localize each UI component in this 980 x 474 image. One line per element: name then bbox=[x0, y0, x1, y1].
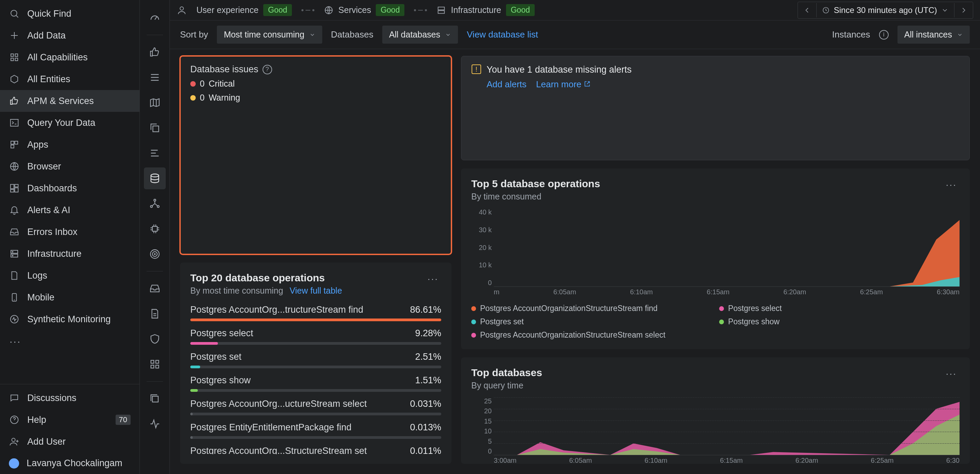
rail-cpu[interactable] bbox=[144, 218, 166, 240]
status-infrastructure[interactable]: Infrastructure Good bbox=[436, 4, 535, 16]
nav-item-alerts-ai[interactable]: Alerts & AI bbox=[0, 199, 140, 221]
database-issues-card[interactable]: Database issues ? 0 Critical 0 Warning bbox=[180, 56, 452, 254]
globe-icon bbox=[9, 161, 20, 172]
top5-chart[interactable]: 40 k30 k20 k10 k0 m6:05am6:10am6:15am6:2… bbox=[471, 208, 959, 297]
time-range-picker[interactable]: Since 30 minutes ago (UTC) bbox=[797, 2, 973, 19]
nav-item-logs[interactable]: Logs bbox=[0, 265, 140, 286]
nav-item-query-your-data[interactable]: Query Your Data bbox=[0, 112, 140, 134]
legend-label: Postgres select bbox=[728, 304, 781, 313]
operation-row[interactable]: Postgres EntityEntitlementPackage find 0… bbox=[190, 422, 441, 439]
svg-rect-27 bbox=[152, 226, 157, 231]
bell-icon bbox=[9, 205, 20, 216]
rail-map[interactable] bbox=[144, 92, 166, 114]
axis-tick: 10 bbox=[484, 427, 492, 435]
svg-rect-1 bbox=[11, 54, 14, 57]
nav-item-synthetic-monitoring[interactable]: Synthetic Monitoring bbox=[0, 308, 140, 330]
nav-help[interactable]: Help 70 bbox=[0, 409, 140, 431]
svg-rect-33 bbox=[151, 365, 154, 368]
axis-tick: m bbox=[494, 288, 500, 297]
nav-item-browser[interactable]: Browser bbox=[0, 156, 140, 177]
legend-item[interactable]: Postgres select bbox=[719, 304, 953, 313]
time-prev-button[interactable] bbox=[798, 3, 817, 17]
help-icon[interactable]: ? bbox=[262, 65, 272, 74]
svg-marker-43 bbox=[517, 402, 959, 455]
operation-row[interactable]: Postgres AccountOrg...StructureStream se… bbox=[190, 446, 441, 454]
operation-row[interactable]: Postgres select 9.28% bbox=[190, 328, 441, 345]
sort-by-dropdown[interactable]: Most time consuming bbox=[217, 25, 322, 44]
time-next-button[interactable] bbox=[954, 3, 973, 17]
warning-dot-icon bbox=[190, 95, 196, 100]
rail-activity[interactable] bbox=[144, 413, 166, 435]
missing-alerts-title: You have 1 database missing alerts bbox=[487, 64, 632, 75]
status-bar: User experience Good Services Good Infra… bbox=[170, 0, 980, 21]
databases-dropdown[interactable]: All databases bbox=[382, 25, 458, 44]
nav-item-infrastructure[interactable]: Infrastructure bbox=[0, 243, 140, 265]
svg-rect-8 bbox=[11, 145, 14, 148]
instances-dropdown[interactable]: All instances bbox=[897, 25, 970, 44]
status-services[interactable]: Services Good bbox=[324, 4, 404, 16]
rail-bars[interactable] bbox=[144, 142, 166, 164]
legend-item[interactable]: Postgres AccountOrganizationStructureStr… bbox=[471, 331, 705, 340]
nav-item-add-data[interactable]: Add Data bbox=[0, 25, 140, 46]
learn-more-link[interactable]: Learn more bbox=[536, 79, 590, 90]
rail-target[interactable] bbox=[144, 243, 166, 265]
operation-row[interactable]: Postgres AccountOrg...uctureStream selec… bbox=[190, 399, 441, 415]
panel-menu-button[interactable]: ··· bbox=[425, 272, 441, 286]
svg-rect-3 bbox=[11, 58, 14, 61]
axis-tick: 6:05am bbox=[569, 457, 592, 466]
legend-item[interactable]: Postgres show bbox=[719, 317, 953, 326]
panel-menu-button[interactable]: ··· bbox=[943, 178, 959, 192]
rail-doc[interactable] bbox=[144, 303, 166, 324]
nav-item-apm-services[interactable]: APM & Services bbox=[0, 90, 140, 112]
rail-network[interactable] bbox=[144, 192, 166, 215]
svg-point-16 bbox=[12, 251, 13, 252]
add-alerts-link[interactable]: Add alerts bbox=[487, 79, 527, 90]
svg-rect-10 bbox=[11, 185, 14, 189]
view-database-list-link[interactable]: View database list bbox=[467, 29, 538, 40]
rail-layers[interactable] bbox=[144, 388, 166, 410]
rail-list[interactable] bbox=[144, 67, 166, 88]
status-pill: Good bbox=[376, 4, 404, 16]
nav-item-errors-inbox[interactable]: Errors Inbox bbox=[0, 221, 140, 243]
svg-point-36 bbox=[180, 7, 183, 10]
clock-icon bbox=[822, 6, 830, 14]
database-issues-title: Database issues bbox=[190, 64, 258, 75]
top20-panel: Top 20 database operations By most time … bbox=[180, 262, 452, 464]
nav-more[interactable]: ··· bbox=[0, 330, 140, 353]
topdb-chart[interactable]: 2520151050 3:00am6:05am bbox=[471, 397, 959, 466]
legend-item[interactable]: Postgres AccountOrganizationStructureStr… bbox=[471, 304, 705, 313]
time-range-label[interactable]: Since 30 minutes ago (UTC) bbox=[817, 2, 954, 18]
nav-item-quick-find[interactable]: Quick Find bbox=[0, 3, 140, 25]
operation-row[interactable]: Postgres AccountOrg...tructureStream fin… bbox=[190, 304, 441, 321]
nav-discussions[interactable]: Discussions bbox=[0, 387, 140, 409]
operation-row[interactable]: Postgres set 2.51% bbox=[190, 352, 441, 368]
nav-item-all-entities[interactable]: All Entities bbox=[0, 68, 140, 90]
nav-item-label: Apps bbox=[27, 140, 48, 150]
legend-item[interactable]: Postgres set bbox=[471, 317, 705, 326]
nav-item-apps[interactable]: Apps bbox=[0, 134, 140, 156]
nav-item-dashboards[interactable]: Dashboards bbox=[0, 177, 140, 199]
nav-user[interactable]: Lavanya Chockalingam bbox=[0, 453, 140, 474]
nav-item-label: Alerts & AI bbox=[27, 205, 70, 216]
nav-item-label: Dashboards bbox=[27, 183, 77, 194]
rail-shield[interactable] bbox=[144, 328, 166, 350]
info-icon[interactable]: i bbox=[879, 30, 889, 40]
legend-dot-icon bbox=[471, 333, 476, 337]
chevron-down-icon bbox=[445, 32, 451, 38]
nav-item-all-capabilities[interactable]: All Capabilities bbox=[0, 46, 140, 68]
nav-item-label: All Capabilities bbox=[27, 52, 88, 63]
rail-blocks[interactable] bbox=[144, 353, 166, 375]
nav-discussions-label: Discussions bbox=[27, 393, 76, 403]
nav-item-mobile[interactable]: Mobile bbox=[0, 286, 140, 308]
rail-thumb[interactable] bbox=[144, 41, 166, 63]
rail-speedometer[interactable] bbox=[144, 7, 166, 29]
status-user-experience[interactable]: User experience Good bbox=[196, 4, 292, 16]
rail-inbox[interactable] bbox=[144, 278, 166, 299]
rail-copy[interactable] bbox=[144, 117, 166, 139]
operation-row[interactable]: Postgres show 1.51% bbox=[190, 375, 441, 392]
panel-menu-button[interactable]: ··· bbox=[943, 367, 959, 380]
operation-name: Postgres AccountOrg...uctureStream selec… bbox=[190, 399, 404, 409]
view-full-table-link[interactable]: View full table bbox=[290, 286, 342, 295]
rail-database[interactable] bbox=[144, 167, 166, 189]
nav-add-user[interactable]: Add User bbox=[0, 431, 140, 453]
